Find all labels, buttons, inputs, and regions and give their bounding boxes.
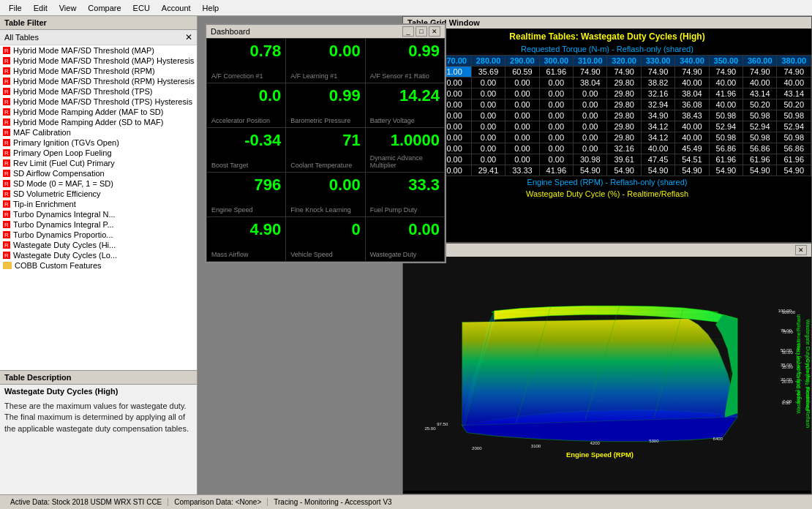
table-cell[interactable]: 74.90: [574, 67, 607, 78]
table-cell[interactable]: 0.00: [505, 143, 539, 154]
table-list-item[interactable]: RHybrid Mode MAF/SD Threshold (MAP) Hyst…: [0, 56, 197, 66]
table-cell[interactable]: 0.00: [539, 110, 573, 121]
table-cell[interactable]: 32.16: [607, 143, 641, 154]
table-cell[interactable]: 50.20: [743, 99, 777, 110]
table-cell[interactable]: 43.14: [743, 88, 777, 99]
close-button[interactable]: ✕: [429, 26, 440, 37]
table-cell[interactable]: 50.20: [777, 99, 811, 110]
table-cell[interactable]: 61.96: [777, 154, 811, 165]
table-cell[interactable]: 29.80: [607, 99, 641, 110]
table-cell[interactable]: 50.98: [743, 132, 777, 143]
table-cell[interactable]: 54.90: [743, 165, 777, 176]
table-cell[interactable]: 0.00: [539, 88, 573, 99]
table-cell[interactable]: 40.00: [777, 78, 811, 88]
table-cell[interactable]: 74.90: [743, 67, 777, 78]
table-cell[interactable]: 61.96: [539, 67, 573, 78]
table-cell[interactable]: 0.00: [505, 110, 539, 121]
table-list-item[interactable]: RSD Airflow Compensation: [0, 168, 197, 178]
table-list-item[interactable]: COBB Custom Features: [0, 260, 197, 271]
table-cell[interactable]: 0.00: [471, 121, 505, 132]
table-cell[interactable]: 40.00: [641, 143, 674, 154]
table-cell[interactable]: 40.00: [709, 99, 743, 110]
table-cell[interactable]: 0.00: [471, 78, 505, 88]
table-cell[interactable]: 56.86: [777, 143, 811, 154]
chart-close-button[interactable]: ✕: [795, 245, 807, 255]
table-cell[interactable]: 0.00: [539, 154, 573, 165]
table-cell[interactable]: 47.45: [641, 154, 674, 165]
table-cell[interactable]: 0.00: [574, 132, 607, 143]
table-list-item[interactable]: RHybrid Mode MAF/SD Threshold (TPS) Hyst…: [0, 97, 197, 107]
table-cell[interactable]: 0.00: [505, 88, 539, 99]
table-list-item[interactable]: RHybrid Mode MAF/SD Threshold (MAP): [0, 45, 197, 56]
table-list-item[interactable]: RTurbo Dynamics Integral P...: [0, 219, 197, 230]
table-cell[interactable]: 0.00: [539, 132, 573, 143]
table-list-item[interactable]: RSD Mode (0 = MAF, 1 = SD): [0, 178, 197, 189]
table-cell[interactable]: 38.04: [675, 88, 709, 99]
table-cell[interactable]: 0.00: [539, 78, 573, 88]
table-cell[interactable]: 74.90: [777, 67, 811, 78]
table-cell[interactable]: 74.90: [709, 67, 743, 78]
menu-view[interactable]: View: [53, 2, 83, 14]
table-cell[interactable]: 52.94: [709, 121, 743, 132]
table-list-item[interactable]: RPrimary Ignition (TGVs Open): [0, 137, 197, 148]
table-cell[interactable]: 61.96: [709, 154, 743, 165]
table-cell[interactable]: 0.00: [471, 99, 505, 110]
table-cell[interactable]: 0.00: [471, 143, 505, 154]
table-cell[interactable]: 54.90: [675, 165, 709, 176]
table-cell[interactable]: 0.00: [539, 121, 573, 132]
menu-compare[interactable]: Compare: [82, 2, 127, 14]
table-row[interactable]: 48000.000.000.000.000.0029.8034.1240.005…: [404, 132, 811, 143]
table-cell[interactable]: 0.00: [471, 110, 505, 121]
table-list-item[interactable]: RHybrid Mode Ramping Adder (SD to MAF): [0, 117, 197, 127]
table-cell[interactable]: 0.00: [471, 88, 505, 99]
menu-file[interactable]: File: [3, 2, 28, 14]
table-cell[interactable]: 40.00: [675, 121, 709, 132]
table-cell[interactable]: 0.00: [505, 99, 539, 110]
table-cell[interactable]: 36.08: [675, 99, 709, 110]
table-cell[interactable]: 74.90: [641, 67, 674, 78]
table-cell[interactable]: 32.94: [641, 99, 674, 110]
data-table[interactable]: 270.00280.00290.00300.00310.00320.00330.…: [403, 55, 811, 176]
table-row[interactable]: 60000.000.000.000.0030.9839.6147.4554.51…: [404, 154, 811, 165]
table-list-item[interactable]: RPrimary Open Loop Fueling: [0, 148, 197, 158]
table-list-item[interactable]: RTip-in Enrichment: [0, 199, 197, 209]
table-cell[interactable]: 50.98: [743, 110, 777, 121]
table-list-item[interactable]: RMAF Calibration: [0, 127, 197, 137]
table-cell[interactable]: 74.90: [607, 67, 641, 78]
table-cell[interactable]: 54.51: [675, 154, 709, 165]
table-cell[interactable]: 56.86: [743, 143, 777, 154]
table-cell[interactable]: 40.00: [743, 78, 777, 88]
table-row[interactable]: 28000.000.000.000.000.0029.8032.1638.044…: [404, 88, 811, 99]
table-row[interactable]: 44000.000.000.000.000.0029.8034.1240.005…: [404, 121, 811, 132]
table-cell[interactable]: 30.98: [574, 154, 607, 165]
close-icon[interactable]: ✕: [185, 32, 192, 42]
table-cell[interactable]: 0.00: [574, 121, 607, 132]
minimize-button[interactable]: _: [402, 26, 414, 37]
table-cell[interactable]: 43.14: [777, 88, 811, 99]
table-cell[interactable]: 33.33: [505, 165, 539, 176]
table-list-item[interactable]: RWastegate Duty Cycles (Lo...: [0, 250, 197, 260]
table-cell[interactable]: 41.96: [709, 88, 743, 99]
table-cell[interactable]: 0.00: [574, 110, 607, 121]
table-cell[interactable]: 54.90: [607, 165, 641, 176]
table-cell[interactable]: 61.96: [743, 154, 777, 165]
table-cell[interactable]: 0.00: [574, 143, 607, 154]
menu-help[interactable]: Help: [197, 2, 225, 14]
table-list-item[interactable]: RHybrid Mode MAF/SD Threshold (RPM): [0, 66, 197, 76]
table-cell[interactable]: 52.94: [777, 121, 811, 132]
table-cell[interactable]: 0.00: [505, 121, 539, 132]
table-cell[interactable]: 52.94: [743, 121, 777, 132]
table-cell[interactable]: 50.98: [709, 110, 743, 121]
table-list-item[interactable]: RHybrid Mode MAF/SD Threshold (RPM) Hyst…: [0, 76, 197, 86]
table-cell[interactable]: 0.00: [471, 132, 505, 143]
table-cell[interactable]: 0.00: [574, 99, 607, 110]
table-cell[interactable]: 54.90: [709, 165, 743, 176]
table-list-item[interactable]: RHybrid Mode Ramping Adder (MAF to SD): [0, 107, 197, 117]
table-list-item[interactable]: RHybrid Mode MAF/SD Threshold (TPS): [0, 86, 197, 97]
table-cell[interactable]: 50.98: [777, 110, 811, 121]
table-cell[interactable]: 29.80: [607, 78, 641, 88]
table-grid-content[interactable]: Realtime Tables: Wastegate Duty Cycles (…: [403, 29, 811, 238]
table-cell[interactable]: 54.90: [777, 165, 811, 176]
menu-ecu[interactable]: ECU: [127, 2, 156, 14]
menu-edit[interactable]: Edit: [28, 2, 53, 14]
